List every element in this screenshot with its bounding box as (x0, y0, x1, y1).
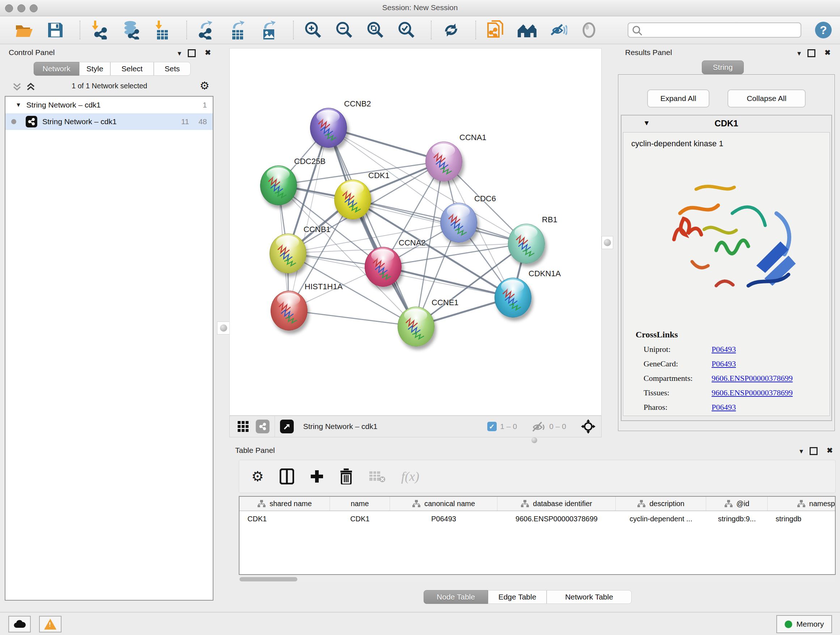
column-header-databaseidentifier[interactable]: database identifier (497, 497, 616, 510)
tab-sets[interactable]: Sets (154, 62, 191, 76)
collapse-panel-icon[interactable]: ▾ (799, 447, 803, 455)
cloud-status-button[interactable] (8, 616, 31, 632)
collapse-panel-icon[interactable]: ▾ (178, 49, 181, 57)
export-image-icon[interactable] (259, 20, 279, 40)
show-glass-eye-icon[interactable] (579, 20, 599, 40)
table-cell[interactable]: P06493 (390, 515, 497, 523)
network-options-gear-icon[interactable]: ⚙ (200, 80, 210, 91)
protein-description: cyclin-dependent kinase 1 (631, 139, 723, 149)
column-header-description[interactable]: description (616, 497, 706, 510)
fit-content-crosshair-icon[interactable] (580, 418, 596, 434)
network-node-ccnb1[interactable] (270, 233, 306, 273)
network-node-cdk1[interactable] (334, 180, 371, 219)
table-cell[interactable]: stringdb (767, 515, 836, 523)
create-column-plus-icon[interactable] (310, 470, 324, 483)
crosslink-link[interactable]: 9606.ENSP00000378699 (712, 388, 793, 397)
hidden-elements-icon[interactable] (531, 420, 546, 432)
table-panel-title: Table Panel (235, 446, 275, 455)
hide-glass-eye-icon[interactable] (548, 20, 568, 40)
network-node-cdkn1a[interactable] (494, 278, 531, 318)
refresh-layout-icon[interactable] (441, 20, 461, 40)
close-panel-icon[interactable]: ✖ (827, 446, 833, 455)
table-cell[interactable]: cyclin-dependent ... (616, 515, 706, 523)
network-node-ccnb2[interactable] (310, 108, 347, 148)
network-node-ccna2[interactable] (365, 247, 401, 287)
import-network-database-icon[interactable] (121, 20, 141, 40)
warnings-button[interactable]: ! (39, 616, 62, 632)
selected-nodes-checkbox[interactable]: ✓ (487, 422, 497, 431)
network-node-cdc25b[interactable] (260, 165, 297, 205)
save-session-icon[interactable] (46, 20, 65, 40)
crosslink-link[interactable]: 9606.ENSP00000378699 (712, 374, 793, 383)
table-horizontal-scrollbar[interactable] (239, 576, 836, 582)
collection-count: 1 (202, 101, 207, 109)
vertical-splitter-grip[interactable] (602, 236, 613, 249)
zoom-fit-icon[interactable] (366, 20, 385, 40)
node-label-ccna1: CCNA1 (459, 133, 486, 142)
open-session-icon[interactable] (14, 20, 34, 40)
table-cell[interactable]: 9606.ENSP00000378699 (497, 515, 616, 523)
control-panel: Control Panel ▾ ✖ NetworkStyleSelectSets… (3, 46, 216, 611)
string-protein-query-icon[interactable] (486, 20, 505, 40)
network-collection-row[interactable]: ▼ String Network – cdk1 1 (5, 97, 213, 113)
table-cell[interactable]: stringdb:9... (706, 515, 767, 523)
network-node-cdc6[interactable] (440, 203, 477, 242)
table-options-gear-icon[interactable]: ⚙ (251, 470, 264, 483)
expand-all-button[interactable]: Expand All (647, 89, 709, 108)
memory-button[interactable]: Memory (776, 615, 832, 633)
delete-column-trash-icon[interactable] (340, 469, 353, 485)
tab-style[interactable]: Style (79, 62, 111, 76)
column-header-canonicalname[interactable]: canonical name (390, 497, 497, 510)
network-row-selected[interactable]: String Network – cdk1 11 48 (5, 113, 213, 130)
table-row[interactable]: CDK1CDK1P064939606.ENSP00000378699cyclin… (240, 511, 835, 526)
horizontal-splitter-grip[interactable] (527, 437, 541, 443)
import-table-file-icon[interactable] (152, 20, 172, 40)
tab-network-table[interactable]: Network Table (546, 590, 632, 604)
network-view-canvas[interactable]: CCNB2CCNA1CDC25BCDK1CDC6RB1CCNB1CCNA2CDK… (229, 48, 602, 416)
zoom-in-icon[interactable] (303, 20, 323, 40)
export-table-icon[interactable] (228, 20, 248, 40)
export-network-icon[interactable] (197, 20, 216, 40)
network-node-ccna1[interactable] (425, 141, 462, 181)
tab-select[interactable]: Select (111, 62, 154, 76)
column-header-namespace[interactable]: namespace (767, 497, 836, 510)
column-header-name[interactable]: name (330, 497, 390, 510)
column-header-id[interactable]: @id (706, 497, 767, 510)
crosslink-link[interactable]: P06493 (712, 345, 736, 354)
grid-view-icon[interactable] (238, 421, 248, 432)
scrollbar-thumb[interactable] (240, 577, 297, 581)
string-style-icon[interactable] (256, 420, 270, 433)
birdseye-view-icon[interactable] (280, 420, 294, 433)
crosslink-link[interactable]: P06493 (712, 359, 736, 369)
collapse-all-button[interactable]: Collapse All (728, 89, 806, 108)
string-home-icon[interactable] (517, 20, 537, 40)
help-button[interactable]: ? (815, 22, 832, 38)
tab-network[interactable]: Network (34, 62, 79, 76)
collapse-panel-icon[interactable]: ▾ (797, 49, 801, 57)
status-bar: ! Memory (0, 612, 840, 635)
float-panel-icon[interactable] (810, 447, 818, 455)
toolbar-separator (186, 21, 187, 40)
tab-edge-table[interactable]: Edge Table (488, 590, 546, 604)
network-node-rb1[interactable] (508, 224, 545, 264)
search-input[interactable] (628, 22, 801, 38)
zoom-out-icon[interactable] (335, 20, 354, 40)
import-network-file-icon[interactable] (90, 20, 110, 40)
protein-name: CDK1 (622, 119, 831, 128)
table-cell[interactable]: CDK1 (240, 515, 330, 523)
network-node-hist1h1a[interactable] (271, 291, 308, 331)
tab-string[interactable]: String (702, 60, 744, 74)
close-panel-icon[interactable]: ✖ (824, 48, 831, 57)
table-cell[interactable]: CDK1 (330, 515, 390, 523)
float-panel-icon[interactable] (188, 49, 196, 57)
column-header-sharedname[interactable]: shared name (240, 497, 330, 510)
crosslink-link[interactable]: P06493 (712, 402, 736, 412)
float-panel-icon[interactable] (807, 49, 815, 57)
tab-node-table[interactable]: Node Table (424, 590, 488, 604)
vertical-splitter-grip[interactable] (217, 321, 230, 334)
tree-expander-icon[interactable]: ▼ (16, 102, 21, 108)
close-panel-icon[interactable]: ✖ (205, 48, 211, 57)
network-node-ccne1[interactable] (398, 307, 434, 347)
zoom-selected-icon[interactable] (397, 20, 416, 40)
show-columns-icon[interactable] (279, 469, 294, 485)
